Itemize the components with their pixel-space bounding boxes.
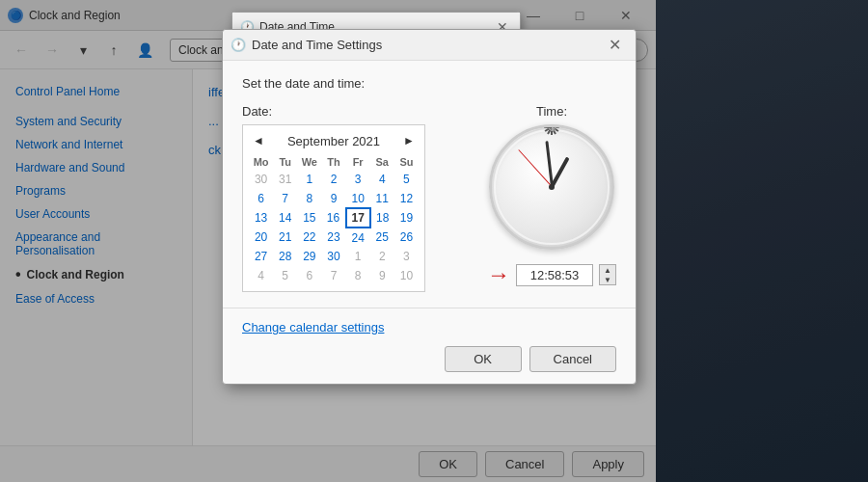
- cal-header: ◄ September 2021 ►: [249, 131, 419, 150]
- table-row: 13141516171819: [249, 208, 419, 228]
- dt-time-section: Time: → ▲: [487, 104, 616, 292]
- list-item[interactable]: 8: [346, 266, 370, 285]
- dt-time-label: Time:: [536, 104, 567, 119]
- list-item[interactable]: 6: [249, 189, 273, 208]
- cal-day-fr: Fr: [346, 154, 370, 170]
- list-item[interactable]: 2: [321, 170, 345, 189]
- cal-day-tu: Tu: [273, 154, 297, 170]
- dt-titlebar: 🕐 Date and Time Settings ✕: [223, 30, 636, 61]
- time-input[interactable]: [516, 264, 593, 286]
- dt-date-label: Date:: [242, 104, 464, 119]
- list-item[interactable]: 1: [346, 247, 370, 266]
- list-item[interactable]: 5: [394, 170, 419, 189]
- dt-settings-dialog: 🕐 Date and Time Settings ✕ Set the date …: [222, 29, 637, 385]
- time-spinner-down[interactable]: ▼: [600, 275, 615, 284]
- list-item[interactable]: 4: [249, 266, 273, 285]
- list-item[interactable]: 27: [249, 247, 273, 266]
- clock-face: [489, 124, 614, 250]
- list-item[interactable]: 10: [394, 266, 419, 285]
- dt-date-section: Date: ◄ September 2021 ► Mo Tu We: [242, 104, 464, 292]
- cal-next-btn[interactable]: ►: [399, 131, 419, 150]
- cal-day-su: Su: [394, 154, 419, 170]
- list-item[interactable]: 9: [370, 266, 394, 285]
- dt-action-buttons: OK Cancel: [242, 346, 616, 372]
- table-row: 20212223242526: [249, 228, 419, 247]
- cal-thead: Mo Tu We Th Fr Sa Su: [249, 154, 419, 170]
- time-spinner: ▲ ▼: [599, 264, 616, 285]
- dt-main-row: Date: ◄ September 2021 ► Mo Tu We: [242, 104, 616, 292]
- list-item[interactable]: 31: [273, 170, 297, 189]
- cal-header-row: Mo Tu We Th Fr Sa Su: [249, 154, 419, 170]
- list-item[interactable]: 25: [370, 228, 394, 247]
- table-row: 27282930123: [249, 247, 419, 266]
- clock-center: [549, 184, 555, 190]
- list-item[interactable]: 30: [321, 247, 345, 266]
- table-row: 6789101112: [249, 189, 419, 208]
- dt-instruction: Set the date and time:: [242, 76, 616, 91]
- list-item[interactable]: 8: [297, 189, 321, 208]
- list-item[interactable]: 20: [249, 228, 273, 247]
- list-item[interactable]: 16: [321, 208, 345, 228]
- list-item[interactable]: 30: [249, 170, 273, 189]
- list-item[interactable]: 2: [370, 247, 394, 266]
- calendar: ◄ September 2021 ► Mo Tu We Th Fr: [242, 124, 425, 292]
- cal-month-year: September 2021: [287, 134, 380, 148]
- list-item[interactable]: 1: [297, 170, 321, 189]
- dt-ok-btn[interactable]: OK: [445, 346, 522, 372]
- list-item[interactable]: 12: [394, 189, 419, 208]
- list-item[interactable]: 11: [370, 189, 394, 208]
- clock-tick: [552, 127, 553, 131]
- cal-day-we: We: [297, 154, 321, 170]
- list-item[interactable]: 26: [394, 228, 419, 247]
- time-spinner-up[interactable]: ▲: [600, 265, 615, 275]
- list-item[interactable]: 7: [321, 266, 345, 285]
- list-item[interactable]: 21: [273, 228, 297, 247]
- list-item[interactable]: 14: [273, 208, 297, 228]
- list-item[interactable]: 9: [321, 189, 345, 208]
- cal-day-mo: Mo: [249, 154, 273, 170]
- dt-dialog-icon: 🕐: [231, 38, 246, 53]
- list-item[interactable]: 6: [297, 266, 321, 285]
- list-item[interactable]: 23: [321, 228, 345, 247]
- list-item[interactable]: 4: [370, 170, 394, 189]
- list-item[interactable]: 28: [273, 247, 297, 266]
- list-item[interactable]: 3: [394, 247, 419, 266]
- change-calendar-link[interactable]: Change calendar settings: [242, 320, 384, 335]
- time-input-row: → ▲ ▼: [487, 261, 616, 288]
- dt-footer: Change calendar settings OK Cancel: [223, 308, 636, 384]
- list-item[interactable]: 15: [297, 208, 321, 228]
- dt-cancel-btn[interactable]: Cancel: [529, 346, 616, 372]
- cal-day-th: Th: [321, 154, 345, 170]
- list-item[interactable]: 19: [394, 208, 419, 228]
- dt-dialog-title: Date and Time Settings: [252, 38, 601, 52]
- list-item[interactable]: 3: [346, 170, 370, 189]
- cal-prev-btn[interactable]: ◄: [249, 131, 268, 150]
- cal-tbody: 3031123456789101112131415161718192021222…: [249, 170, 419, 285]
- dt-close-btn[interactable]: ✕: [601, 32, 628, 59]
- table-row: 303112345: [249, 170, 419, 189]
- list-item[interactable]: 29: [297, 247, 321, 266]
- cal-grid: Mo Tu We Th Fr Sa Su 3031123456789101112…: [249, 154, 419, 285]
- table-row: 45678910: [249, 266, 419, 285]
- list-item[interactable]: 18: [370, 208, 394, 228]
- dt-dialog-body: Set the date and time: Date: ◄ September…: [223, 61, 636, 308]
- list-item[interactable]: 7: [273, 189, 297, 208]
- list-item[interactable]: 13: [249, 208, 273, 228]
- list-item[interactable]: 22: [297, 228, 321, 247]
- list-item[interactable]: 17: [346, 208, 370, 228]
- list-item[interactable]: 5: [273, 266, 297, 285]
- arrow-icon: →: [487, 261, 510, 288]
- cal-day-sa: Sa: [370, 154, 394, 170]
- list-item[interactable]: 10: [346, 189, 370, 208]
- list-item[interactable]: 24: [346, 228, 370, 247]
